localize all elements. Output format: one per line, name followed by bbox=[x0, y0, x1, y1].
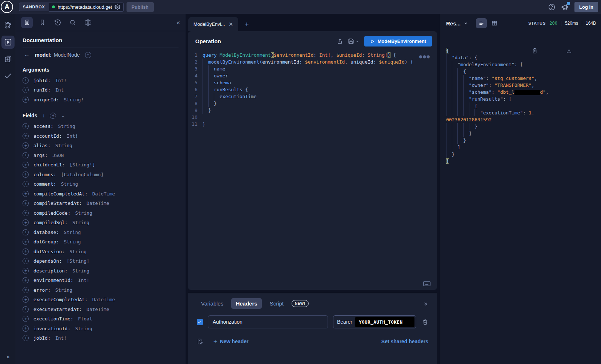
endpoint-settings-gear-icon[interactable] bbox=[115, 4, 120, 10]
field-name[interactable]: compileStartedAt: bbox=[33, 201, 82, 206]
add-field-icon[interactable]: + bbox=[23, 210, 29, 216]
settings-gear-icon[interactable] bbox=[82, 17, 94, 28]
field-name[interactable]: runId: bbox=[33, 87, 51, 93]
code-line[interactable]: 8} bbox=[188, 100, 437, 107]
download-response-icon[interactable] bbox=[566, 34, 594, 68]
add-field-icon[interactable]: + bbox=[23, 191, 29, 197]
header-value-input[interactable]: Bearer YOUR_AUTH_TOKEN bbox=[333, 315, 416, 328]
field-name[interactable]: executionTime: bbox=[33, 316, 73, 321]
add-field-icon[interactable]: + bbox=[23, 123, 29, 129]
editor-more-menu-icon[interactable]: ●●● bbox=[419, 53, 430, 60]
field-name[interactable]: jobId: bbox=[33, 335, 51, 341]
run-operation-button[interactable]: ModelByEnvironment bbox=[364, 36, 432, 46]
collapse-request-panel-icon[interactable] bbox=[423, 301, 428, 306]
field-name[interactable]: executeStartedAt: bbox=[33, 307, 82, 312]
share-operation-icon[interactable] bbox=[337, 38, 343, 44]
code-line[interactable]: 4owner bbox=[188, 72, 437, 79]
expand-rail-icon[interactable]: » bbox=[0, 353, 16, 360]
add-all-fields-icon[interactable]: + bbox=[50, 113, 56, 119]
help-icon[interactable] bbox=[548, 4, 555, 11]
set-shared-headers-link[interactable]: Set shared headers bbox=[381, 339, 428, 344]
add-field-icon[interactable]: + bbox=[23, 296, 29, 303]
code-line[interactable]: 1query ModelByEnvironment($environmentId… bbox=[188, 52, 437, 58]
graphql-editor[interactable]: 1query ModelByEnvironment($environmentId… bbox=[188, 50, 437, 290]
field-name[interactable]: dbtGroup: bbox=[33, 239, 59, 244]
field-type[interactable]: Int! bbox=[78, 278, 89, 283]
add-field-icon[interactable]: + bbox=[23, 229, 29, 235]
field-type[interactable]: String bbox=[64, 239, 81, 244]
code-line[interactable]: 7executionTime bbox=[188, 93, 437, 100]
field-type[interactable]: [String!] bbox=[69, 162, 95, 167]
operation-tab[interactable]: ModelByEnvi... ✕ bbox=[188, 17, 238, 31]
history-icon[interactable] bbox=[52, 17, 63, 28]
copy-response-icon[interactable] bbox=[532, 34, 560, 68]
field-type[interactable]: Int! bbox=[55, 335, 67, 341]
code-line[interactable]: 9} bbox=[188, 107, 437, 114]
edit-as-text-icon[interactable] bbox=[197, 338, 203, 345]
field-name[interactable]: environmentId: bbox=[33, 278, 73, 283]
header-key-input[interactable]: Authorization bbox=[208, 315, 328, 328]
field-type[interactable]: String bbox=[64, 230, 81, 235]
field-type[interactable]: Int! bbox=[67, 133, 78, 139]
bookmarks-icon[interactable] bbox=[36, 17, 48, 28]
tab-headers[interactable]: Headers bbox=[231, 298, 261, 309]
field-name[interactable]: invocationId: bbox=[33, 326, 71, 331]
save-operation-group[interactable] bbox=[348, 38, 359, 44]
code-line[interactable]: 2modelByEnvironment(environmentId: $envi… bbox=[188, 58, 437, 65]
field-type[interactable]: [CatalogColumn] bbox=[61, 172, 104, 177]
add-field-icon[interactable]: + bbox=[23, 277, 29, 283]
field-type[interactable]: String bbox=[75, 326, 92, 331]
field-type[interactable]: String! bbox=[64, 97, 84, 102]
field-name[interactable]: dependsOn: bbox=[33, 258, 62, 264]
add-type-icon[interactable]: + bbox=[85, 52, 91, 58]
add-field-icon[interactable]: + bbox=[23, 181, 29, 187]
add-field-icon[interactable]: + bbox=[23, 200, 29, 206]
field-type[interactable]: String bbox=[72, 220, 89, 225]
field-type[interactable]: DateTime bbox=[92, 191, 115, 197]
explorer-icon[interactable] bbox=[1, 36, 15, 49]
tab-variables[interactable]: Variables bbox=[197, 298, 228, 309]
table-view-icon[interactable] bbox=[489, 18, 500, 28]
add-field-icon[interactable]: + bbox=[23, 171, 29, 178]
field-type[interactable]: DateTime bbox=[92, 297, 115, 302]
field-type[interactable]: String bbox=[55, 143, 72, 148]
add-field-icon[interactable]: + bbox=[23, 316, 29, 322]
code-line[interactable]: 10 bbox=[188, 114, 437, 121]
search-icon[interactable] bbox=[67, 17, 79, 28]
close-tab-icon[interactable]: ✕ bbox=[229, 21, 233, 28]
header-enabled-checkbox[interactable] bbox=[197, 319, 203, 325]
login-button[interactable]: Log in bbox=[574, 2, 598, 12]
sort-fields-icon[interactable]: ↓ bbox=[42, 113, 45, 118]
add-field-icon[interactable]: + bbox=[23, 77, 29, 84]
field-name[interactable]: alias: bbox=[33, 143, 51, 148]
add-field-icon[interactable]: + bbox=[23, 219, 29, 226]
json-view-icon[interactable] bbox=[476, 18, 487, 28]
new-header-button[interactable]: + New header bbox=[213, 338, 249, 345]
collapse-panel-icon[interactable]: « bbox=[177, 19, 180, 26]
add-field-icon[interactable]: + bbox=[23, 239, 29, 245]
tab-script[interactable]: Script bbox=[265, 298, 288, 309]
field-name[interactable]: jobId: bbox=[33, 78, 51, 83]
checks-icon[interactable] bbox=[1, 69, 15, 82]
code-line[interactable]: 11} bbox=[188, 121, 437, 128]
add-field-icon[interactable]: + bbox=[23, 287, 29, 293]
field-name[interactable]: access: bbox=[33, 124, 53, 129]
field-name[interactable]: args: bbox=[33, 153, 48, 158]
add-field-icon[interactable]: + bbox=[23, 248, 29, 255]
field-type[interactable]: DateTime bbox=[87, 201, 109, 206]
keyboard-shortcuts-icon[interactable] bbox=[423, 281, 430, 286]
field-name[interactable]: childrenL1: bbox=[33, 162, 65, 167]
field-type[interactable]: [String] bbox=[67, 258, 89, 264]
publish-button[interactable]: Publish bbox=[127, 2, 154, 12]
back-arrow-icon[interactable]: ← bbox=[24, 52, 30, 58]
field-name[interactable]: database: bbox=[33, 230, 59, 235]
documentation-tab-icon[interactable] bbox=[21, 17, 33, 28]
field-type[interactable]: String bbox=[58, 124, 75, 129]
delete-header-icon[interactable] bbox=[422, 319, 428, 325]
field-type[interactable]: String bbox=[75, 210, 92, 216]
field-type[interactable]: String bbox=[61, 181, 78, 187]
add-field-icon[interactable]: + bbox=[23, 133, 29, 139]
add-field-icon[interactable]: + bbox=[23, 325, 29, 332]
add-field-icon[interactable]: + bbox=[23, 97, 29, 103]
doc-type-name[interactable]: ModelNode bbox=[54, 52, 80, 58]
